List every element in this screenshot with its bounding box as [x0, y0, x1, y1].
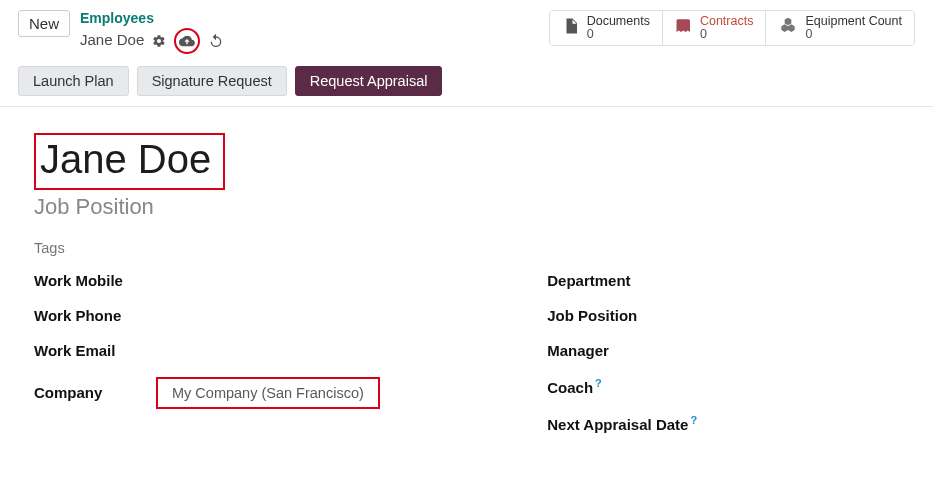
name-highlight-box: Jane Doe: [34, 133, 225, 190]
stat-documents-label: Documents: [587, 15, 650, 28]
breadcrumb-current: Jane Doe: [80, 31, 144, 50]
cloud-save-highlight[interactable]: [174, 28, 200, 54]
tags-field[interactable]: Tags: [34, 240, 899, 256]
stat-contracts[interactable]: Contracts 0: [663, 11, 767, 45]
breadcrumb-parent[interactable]: Employees: [80, 10, 224, 28]
book-icon: [675, 17, 693, 39]
launch-plan-button[interactable]: Launch Plan: [18, 66, 129, 96]
file-icon: [562, 17, 580, 39]
label-work-email: Work Email: [34, 342, 144, 359]
stat-buttons: Documents 0 Contracts 0 Equipment Count …: [549, 10, 915, 46]
label-work-mobile: Work Mobile: [34, 272, 144, 289]
boxes-icon: [778, 16, 798, 40]
signature-request-button[interactable]: Signature Request: [137, 66, 287, 96]
label-work-phone: Work Phone: [34, 307, 144, 324]
help-icon[interactable]: ?: [690, 414, 697, 426]
stat-contracts-label: Contracts: [700, 15, 754, 28]
label-next-appraisal: Next Appraisal Date?: [547, 414, 717, 433]
gear-icon[interactable]: [152, 34, 166, 48]
form-area: Jane Doe Job Position Tags Work Mobile W…: [0, 106, 933, 433]
help-icon[interactable]: ?: [595, 377, 602, 389]
company-value-highlight[interactable]: My Company (San Francisco): [156, 377, 380, 409]
request-appraisal-button[interactable]: Request Appraisal: [295, 66, 443, 96]
label-company: Company: [34, 384, 144, 401]
stat-contracts-value: 0: [700, 28, 754, 41]
stat-documents-value: 0: [587, 28, 650, 41]
label-coach: Coach?: [547, 377, 657, 396]
discard-icon[interactable]: [208, 33, 224, 49]
stat-documents[interactable]: Documents 0: [550, 11, 663, 45]
breadcrumb: Employees Jane Doe: [80, 10, 224, 54]
stat-equipment[interactable]: Equipment Count 0: [766, 11, 914, 45]
new-button[interactable]: New: [18, 10, 70, 37]
label-department: Department: [547, 272, 657, 289]
action-button-row: Launch Plan Signature Request Request Ap…: [0, 60, 933, 106]
employee-name-field[interactable]: Jane Doe: [40, 137, 211, 182]
stat-equipment-label: Equipment Count: [805, 15, 902, 28]
label-job-position: Job Position: [547, 307, 657, 324]
cloud-upload-icon: [179, 33, 195, 49]
label-manager: Manager: [547, 342, 657, 359]
job-position-placeholder[interactable]: Job Position: [34, 194, 899, 220]
stat-equipment-value: 0: [805, 28, 902, 41]
topbar: New Employees Jane Doe Documents 0: [0, 0, 933, 60]
